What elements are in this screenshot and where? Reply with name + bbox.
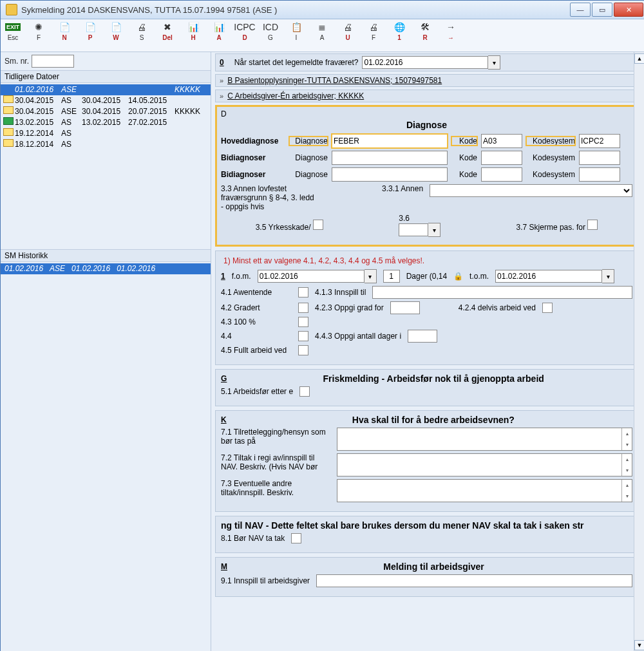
q0-date-input[interactable] [362, 56, 488, 69]
minimize-button[interactable]: — [570, 3, 591, 17]
bidiagnose1-input[interactable] [332, 151, 448, 165]
sm-nr-input[interactable] [32, 55, 74, 68]
r37-check[interactable] [587, 220, 598, 230]
toolbar-→-button[interactable]: →→ [442, 21, 459, 41]
hoveddiagnose-kode-input[interactable] [481, 134, 522, 148]
dates-list-row[interactable]: 30.04.2015ASE30.04.201520.07.2015KKKKK [1, 106, 211, 117]
toolbar-esc-button[interactable]: EXITEsc [5, 21, 21, 41]
kodesystem-label: Kodesystem [526, 170, 575, 179]
r33-label: 3.3 Annen lovfestet fraværsgrunn § 8-4, … [221, 184, 317, 211]
r71-textarea[interactable]: ▴▾ [337, 428, 632, 451]
bidiagnose1-kode-input[interactable] [481, 151, 522, 165]
mail-icon [3, 139, 14, 147]
window-title: Sykmelding 2014 DASKENSVANS, TUTTA 15.07… [21, 5, 277, 15]
cell: 30.04.2015 [15, 95, 60, 106]
mail-icon [3, 117, 14, 125]
tom-input[interactable] [495, 270, 602, 283]
diagnose-field-label: Diagnose [289, 137, 328, 146]
r42-check[interactable] [298, 303, 308, 313]
toolbar-label: R [422, 34, 427, 41]
toolbar-icon: 🖨 [341, 21, 354, 33]
bidiagnose2-input[interactable] [332, 167, 448, 182]
toolbar-label: P [88, 34, 93, 41]
r331-select[interactable] [430, 184, 632, 197]
toolbar-f-button[interactable]: 🖨F [365, 21, 382, 41]
vertical-scrollbar[interactable]: ▲ ▼ [634, 52, 644, 651]
toolbar-u-button[interactable]: 🖨U [339, 21, 356, 41]
q0-date-picker[interactable]: ▾ [488, 55, 500, 70]
scroll-down-icon[interactable]: ▼ [634, 640, 644, 650]
r443-input[interactable] [408, 330, 437, 343]
r51-label: 5.1 Arbeidsfør etter e [221, 387, 293, 396]
tom-picker[interactable]: ▾ [602, 269, 614, 283]
dates-list-row[interactable]: 13.02.2015AS13.02.201527.02.2015 [1, 117, 211, 128]
fom-picker[interactable]: ▾ [365, 269, 377, 283]
section-m-letter: M [221, 562, 227, 571]
toolbar-label: S [140, 34, 144, 41]
r36-input[interactable] [399, 223, 428, 236]
days-count-input[interactable] [383, 270, 400, 283]
toolbar-i-button[interactable]: 📋I [288, 21, 305, 41]
toolbar-r-button[interactable]: 🛠R [417, 21, 433, 41]
right-pane: 0 Når startet det legemeldte fraværet? ▾… [211, 52, 644, 651]
section-l-title: ng til NAV - Dette feltet skal bare bruk… [221, 520, 632, 531]
toolbar-d-button[interactable]: ICPCD [236, 21, 253, 41]
r44-check[interactable] [298, 331, 308, 341]
hoveddiagnose-input[interactable] [332, 134, 448, 148]
toolbar-a-button[interactable]: 📊A [211, 21, 227, 41]
cell: AS [61, 128, 80, 139]
toolbar-n-button[interactable]: 📄N [56, 21, 73, 41]
dates-list-row[interactable]: 18.12.2014AS [1, 139, 211, 150]
close-button[interactable]: ✕ [614, 3, 643, 17]
bar-b[interactable]: » B Pasientopplysninger-TUTTA DASKENSVAN… [215, 74, 638, 87]
toolbar-f-button[interactable]: ✺F [30, 21, 47, 41]
r413-input[interactable] [372, 286, 632, 299]
r36-picker[interactable]: ▾ [428, 223, 440, 237]
r43-check[interactable] [298, 317, 308, 327]
toolbar-w-button[interactable]: 📄W [108, 21, 124, 41]
toolbar-g-button[interactable]: ICDG [262, 21, 279, 41]
hoveddiagnose-kodesystem-input[interactable] [579, 134, 620, 148]
dates-list-row[interactable]: 30.04.2015AS30.04.201514.05.2015 [1, 95, 211, 106]
chevron-right-icon: » [220, 77, 223, 84]
fom-input[interactable] [258, 270, 365, 283]
r73-textarea[interactable]: ▴▾ [337, 479, 632, 502]
kodesystem-label: Kodesystem [526, 137, 575, 146]
bidiagnose1-kodesystem-input[interactable] [579, 151, 620, 165]
hist-list-row[interactable]: 01.02.2016ASE01.02.201601.02.2016 [1, 263, 211, 274]
toolbar-p-button[interactable]: 📄P [82, 21, 99, 41]
r51-check[interactable] [299, 386, 310, 397]
r91-input[interactable] [316, 574, 632, 587]
r81-check[interactable] [291, 533, 301, 543]
cell: 27.02.2015 [128, 117, 173, 128]
toolbar-icon: 🖨 [367, 21, 380, 33]
bidiagnose-2-row: Bidiagnoser Diagnose Kode Kodesystem [221, 167, 632, 182]
dates-header: Tidligere Datoer [1, 70, 211, 83]
toolbar-label: Del [162, 34, 173, 41]
cell: AS [61, 139, 80, 150]
toolbar-s-button[interactable]: 🖨S [133, 21, 150, 41]
diagnose-field-label: Diagnose [289, 153, 328, 162]
r424-check[interactable] [542, 303, 553, 313]
bidiagnose2-kodesystem-input[interactable] [579, 167, 620, 182]
toolbar-del-button[interactable]: ✖Del [159, 21, 176, 41]
r72-textarea[interactable]: ▴▾ [337, 453, 632, 476]
q0-label: Når startet det legemeldte fraværet? [234, 58, 359, 67]
bidiagnose2-kode-input[interactable] [481, 167, 522, 182]
dates-list-row[interactable]: 19.12.2014AS [1, 128, 211, 139]
cell: 01.02.2016 [15, 84, 60, 95]
toolbar-h-button[interactable]: 📊H [185, 21, 202, 41]
bar-c[interactable]: » C Arbeidsgiver-Én arbeidsgiver; KKKKK [215, 90, 638, 102]
r41-check[interactable] [298, 287, 308, 297]
dates-list-row[interactable]: 01.02.2016ASEKKKKK [1, 84, 211, 95]
r423-input[interactable] [390, 301, 420, 314]
toolbar: EXITEsc✺F📄N📄P📄W🖨S✖Del📊H📊AICPCDICDG📋I≣A🖨U… [1, 19, 644, 52]
maximize-button[interactable]: ▭ [592, 3, 612, 17]
r45-check[interactable] [298, 345, 308, 355]
toolbar-a-button[interactable]: ≣A [314, 21, 330, 41]
toolbar-icon: 🛠 [419, 21, 431, 33]
scroll-up-icon[interactable]: ▲ [634, 53, 644, 64]
cell: KKKKK [175, 84, 207, 95]
toolbar-1-button[interactable]: 🌐1 [391, 21, 408, 41]
r35-check[interactable] [313, 220, 323, 230]
